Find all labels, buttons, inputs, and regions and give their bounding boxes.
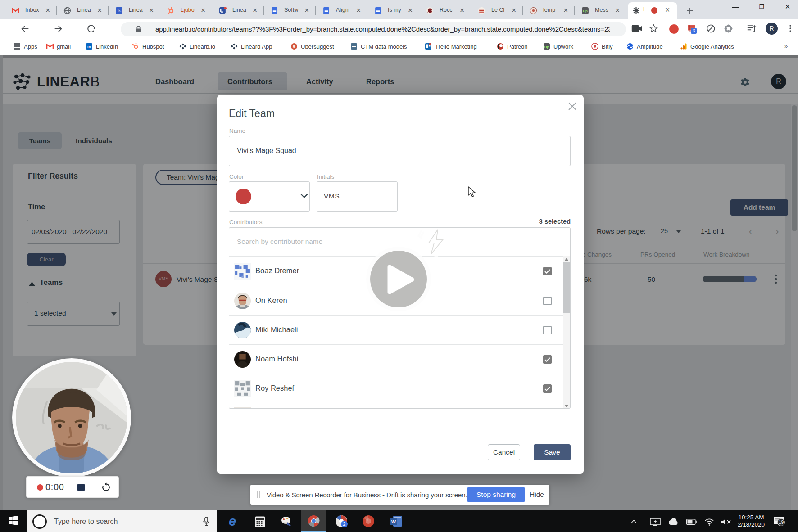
svg-text:Up: Up xyxy=(544,45,549,49)
svg-text:in: in xyxy=(87,45,91,49)
svg-text:1s: 1s xyxy=(117,9,121,13)
svg-text:Up: Up xyxy=(583,9,588,13)
svg-text:W: W xyxy=(391,519,396,524)
